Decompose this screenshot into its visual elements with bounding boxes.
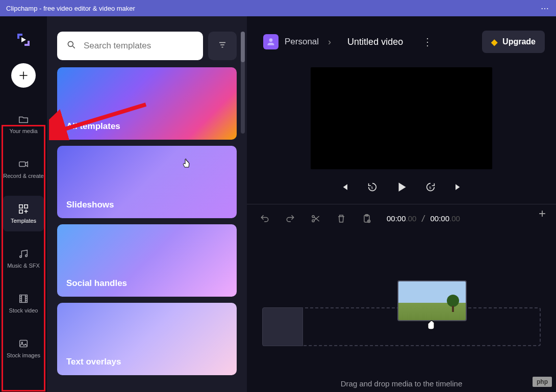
skip-end-button[interactable] <box>452 181 464 193</box>
search-box[interactable] <box>57 32 203 60</box>
workspace-avatar[interactable] <box>263 34 279 49</box>
svg-point-10 <box>269 38 273 42</box>
split-button[interactable] <box>310 213 321 224</box>
sidebar-item-stock-images[interactable]: Stock images <box>3 330 44 366</box>
clipboard-button[interactable] <box>361 213 372 224</box>
svg-point-18 <box>447 295 459 307</box>
project-menu-button[interactable]: ⋮ <box>418 33 437 51</box>
main-area: Personal › Untitled video ⋮ ◆ Upgrade 5 … <box>247 16 556 392</box>
sidebar-item-label: Your media <box>9 128 37 134</box>
svg-text:5: 5 <box>429 186 431 190</box>
svg-point-9 <box>68 41 73 46</box>
window-title: Clipchamp - free video editor & video ma… <box>6 5 135 12</box>
delete-button[interactable] <box>336 213 347 224</box>
sidebar: Your media Record & create Templates Mus… <box>0 16 47 392</box>
template-card-slideshows[interactable]: Slideshows <box>57 146 237 218</box>
svg-point-8 <box>21 342 22 343</box>
chevron-right-icon: › <box>328 37 331 47</box>
title-menu-icon[interactable]: ⋯ <box>541 4 550 13</box>
template-card-label: Social handles <box>66 278 127 289</box>
sidebar-item-label: Music & SFX <box>7 263 40 269</box>
sidebar-item-your-media[interactable]: Your media <box>3 106 44 142</box>
film-icon <box>18 293 29 304</box>
image-icon <box>18 338 29 349</box>
upgrade-button[interactable]: ◆ Upgrade <box>482 31 545 53</box>
upgrade-label: Upgrade <box>502 37 536 46</box>
redo-button[interactable] <box>285 213 296 224</box>
forward-5-button[interactable]: 5 <box>424 181 437 193</box>
skip-start-button[interactable] <box>339 181 351 193</box>
player-controls: 5 5 <box>339 179 464 195</box>
rewind-5-button[interactable]: 5 <box>366 181 378 193</box>
svg-rect-7 <box>20 341 28 347</box>
templates-panel: All templates Slideshows Social handles … <box>47 16 247 392</box>
timecode: 00:00.00 / 00:00.00 <box>387 214 460 223</box>
sidebar-item-stock-video[interactable]: Stock video <box>3 285 44 321</box>
templates-icon <box>18 203 29 215</box>
template-card-text-overlays[interactable]: Text overlays <box>57 303 237 375</box>
svg-rect-1 <box>19 205 22 208</box>
svg-rect-3 <box>19 210 22 213</box>
undo-button[interactable] <box>259 213 270 224</box>
add-media-button[interactable]: + <box>539 206 546 221</box>
preview-area: 5 5 <box>247 67 556 195</box>
app-body: Your media Record & create Templates Mus… <box>0 16 556 392</box>
sidebar-item-label: Stock images <box>7 352 40 358</box>
title-bar: Clipchamp - free video editor & video ma… <box>0 0 556 16</box>
diamond-icon: ◆ <box>491 37 497 47</box>
template-card-all[interactable]: All templates <box>57 67 237 140</box>
svg-rect-19 <box>452 306 454 312</box>
app-logo[interactable] <box>14 31 33 49</box>
template-card-label: Text overlays <box>66 357 121 367</box>
workspace-name[interactable]: Personal <box>285 37 319 47</box>
template-card-label: Slideshows <box>66 200 114 210</box>
project-title[interactable]: Untitled video <box>340 32 410 53</box>
svg-rect-0 <box>19 162 26 166</box>
sidebar-item-record-create[interactable]: Record & create <box>3 151 44 187</box>
timeline-hint: Drag and drop media to the timeline <box>247 379 556 388</box>
sidebar-item-templates[interactable]: Templates <box>3 196 44 231</box>
video-preview[interactable] <box>311 67 492 169</box>
panel-scrollbar[interactable] <box>241 32 245 134</box>
filter-icon <box>218 40 227 51</box>
sidebar-item-music-sfx[interactable]: Music & SFX <box>3 241 44 276</box>
play-button[interactable] <box>394 179 409 195</box>
svg-point-4 <box>20 256 22 258</box>
template-card-social-handles[interactable]: Social handles <box>57 224 237 297</box>
add-button[interactable] <box>11 63 36 88</box>
media-clip-thumbnail[interactable] <box>397 280 467 321</box>
music-icon <box>18 248 29 259</box>
top-bar: Personal › Untitled video ⋮ ◆ Upgrade <box>247 16 556 67</box>
template-list[interactable]: All templates Slideshows Social handles … <box>47 67 247 392</box>
timeline-track-head[interactable] <box>262 307 303 346</box>
sidebar-item-label: Stock video <box>9 307 38 313</box>
filter-button[interactable] <box>208 32 237 60</box>
svg-text:5: 5 <box>371 186 373 190</box>
watermark: php <box>533 377 552 387</box>
sidebar-item-label: Record & create <box>3 173 43 179</box>
camera-icon <box>18 159 29 170</box>
timeline-area[interactable]: Drag and drop media to the timeline <box>247 232 556 392</box>
timeline-toolbar: 00:00.00 / 00:00.00 + <box>247 204 556 232</box>
sidebar-item-label: Templates <box>11 218 36 224</box>
svg-rect-2 <box>24 205 28 208</box>
search-input[interactable] <box>84 41 194 51</box>
folder-icon <box>18 114 29 125</box>
svg-point-5 <box>26 255 28 257</box>
template-card-label: All templates <box>66 121 120 132</box>
search-icon <box>66 40 77 53</box>
